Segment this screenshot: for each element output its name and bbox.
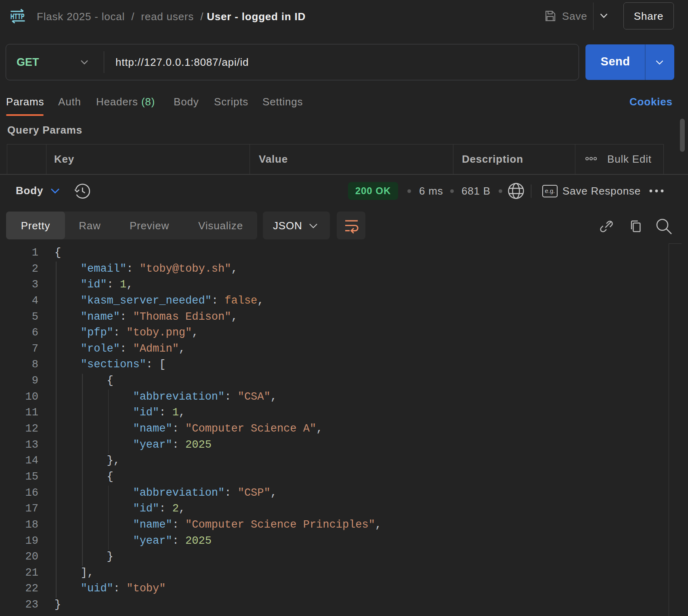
svg-text:HTTP: HTTP: [10, 12, 25, 21]
